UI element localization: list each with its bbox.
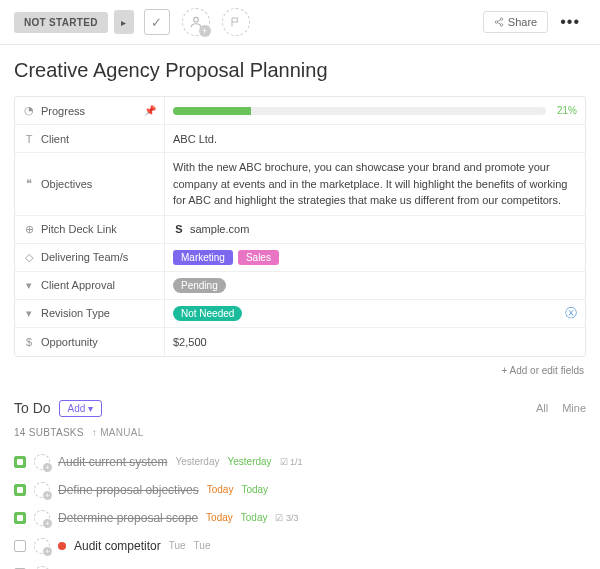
text-icon: T <box>23 133 35 145</box>
progress-bar <box>173 107 546 115</box>
assignee-icon[interactable]: + <box>34 454 50 470</box>
progress-icon: ◔ <box>23 104 35 117</box>
field-label-opportunity: $Opportunity <box>15 328 165 356</box>
share-icon <box>494 17 504 27</box>
share-button[interactable]: Share <box>483 11 548 33</box>
task-row[interactable]: +Define proposal objectivesTodayToday <box>14 476 586 504</box>
add-subtask-button[interactable]: Add ▾ <box>59 400 103 417</box>
task-date-1: Yesterday <box>175 456 219 467</box>
field-value-client[interactable]: ABC Ltd. <box>165 125 585 152</box>
clear-icon[interactable]: ⓧ <box>565 305 577 322</box>
svg-point-2 <box>495 21 498 24</box>
task-date-1: Tue <box>169 540 186 551</box>
sort-button[interactable]: ↑ Manual <box>92 427 144 438</box>
svg-point-3 <box>500 24 503 27</box>
task-checkbox[interactable] <box>14 484 26 496</box>
status-next-button[interactable]: ▸ <box>114 10 134 34</box>
field-label-objectives: ❝Objectives <box>15 153 165 215</box>
task-checkbox[interactable] <box>14 540 26 552</box>
field-label-client: TClient <box>15 125 165 152</box>
field-label-teams: ◇Delivering Team/s <box>15 244 165 271</box>
assignee-icon[interactable]: + <box>34 482 50 498</box>
field-value-teams[interactable]: Marketing Sales <box>165 244 585 271</box>
tag-icon: ◇ <box>23 251 35 264</box>
link-icon: ⊕ <box>23 223 35 236</box>
priority-button[interactable] <box>222 8 250 36</box>
task-title: Define proposal objectives <box>58 483 199 497</box>
pin-icon: 📌 <box>144 105 156 116</box>
status-button[interactable]: NOT STARTED <box>14 12 108 33</box>
page-title: Creative Agency Proposal Planning <box>14 59 586 82</box>
field-label-pitch-link: ⊕Pitch Deck Link <box>15 216 165 243</box>
complete-button[interactable]: ✓ <box>144 9 170 35</box>
task-title: Audit competitor <box>74 539 161 553</box>
task-row[interactable]: +Audit current systemYesterdayYesterday☑… <box>14 448 586 476</box>
money-icon: $ <box>23 336 35 348</box>
assignee-icon[interactable]: + <box>34 566 50 570</box>
task-date-1: Today <box>206 512 233 523</box>
field-value-approval[interactable]: Pending <box>165 272 585 299</box>
tag-sales[interactable]: Sales <box>238 250 279 265</box>
task-date-2: Yesterday <box>227 456 271 467</box>
field-value-revision[interactable]: Not Neededⓧ <box>165 300 585 327</box>
fields-table: ◔Progress📌 21% TClient ABC Ltd. ❝Objecti… <box>14 96 586 357</box>
task-date-2: Today <box>241 484 268 495</box>
task-list: +Audit current systemYesterdayYesterday☑… <box>14 448 586 570</box>
checklist-count: ☑ 1/1 <box>280 457 303 467</box>
assignee-icon[interactable]: + <box>34 538 50 554</box>
svg-point-1 <box>500 18 503 21</box>
dropdown-icon: ▾ <box>23 307 35 320</box>
field-value-progress[interactable]: 21% <box>165 97 585 124</box>
more-button[interactable]: ••• <box>554 13 586 31</box>
task-row[interactable]: +Brainstorm and strategizeWedWed☑ 0/5 <box>14 560 586 570</box>
checklist-count: ☑ 3/3 <box>275 513 298 523</box>
dropdown-icon: ▾ <box>23 279 35 292</box>
task-date-1: Today <box>207 484 234 495</box>
task-date-2: Today <box>241 512 268 523</box>
task-row[interactable]: +Determine proposal scopeTodayToday☑ 3/3 <box>14 504 586 532</box>
site-icon: S <box>173 223 185 235</box>
field-value-pitch-link[interactable]: Ssample.com <box>165 216 585 243</box>
task-title: Audit current system <box>58 455 167 469</box>
subtask-count: 14 SUBTASKS <box>14 427 84 438</box>
assignee-icon[interactable]: + <box>34 510 50 526</box>
field-value-objectives[interactable]: With the new ABC brochure, you can showc… <box>165 153 585 215</box>
share-label: Share <box>508 16 537 28</box>
tag-marketing[interactable]: Marketing <box>173 250 233 265</box>
text-icon: ❝ <box>23 177 35 190</box>
task-checkbox[interactable] <box>14 456 26 468</box>
todo-title: To Do <box>14 400 51 416</box>
priority-dot <box>58 542 66 550</box>
task-checkbox[interactable] <box>14 512 26 524</box>
task-row[interactable]: +Audit competitorTueTue <box>14 532 586 560</box>
field-label-approval: ▾Client Approval <box>15 272 165 299</box>
svg-point-0 <box>193 17 198 22</box>
task-title: Determine proposal scope <box>58 511 198 525</box>
field-label-progress: ◔Progress📌 <box>15 97 165 124</box>
field-label-revision: ▾Revision Type <box>15 300 165 327</box>
assign-button[interactable]: + <box>182 8 210 36</box>
plus-icon: + <box>199 25 211 37</box>
filter-mine[interactable]: Mine <box>562 402 586 414</box>
add-fields-link[interactable]: + Add or edit fields <box>14 357 586 376</box>
progress-percent: 21% <box>557 105 577 116</box>
filter-all[interactable]: All <box>536 402 548 414</box>
task-date-2: Tue <box>194 540 211 551</box>
field-value-opportunity[interactable]: $2,500 <box>165 328 585 356</box>
